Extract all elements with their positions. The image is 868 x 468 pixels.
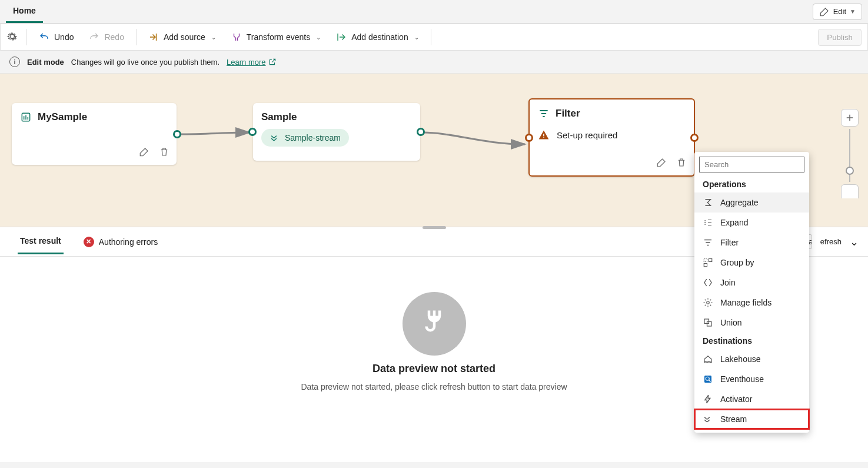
trash-icon bbox=[159, 147, 169, 157]
add-source-label: Add source bbox=[164, 32, 205, 42]
filter-icon bbox=[538, 108, 550, 120]
svg-rect-2 bbox=[709, 258, 712, 261]
menu-item-union[interactable]: Union bbox=[694, 313, 809, 333]
zoom-control bbox=[841, 109, 859, 198]
menu-item-stream[interactable]: Stream bbox=[694, 409, 809, 429]
node-status-label: Set-up required bbox=[557, 130, 617, 140]
menu-item-label: Expand bbox=[720, 218, 748, 227]
input-port[interactable] bbox=[525, 134, 533, 142]
pencil-icon bbox=[139, 147, 149, 157]
menu-item-aggregate[interactable]: Aggregate bbox=[694, 192, 809, 213]
edit-node-button[interactable] bbox=[137, 144, 152, 161]
input-port[interactable] bbox=[248, 128, 257, 136]
tab-test-result[interactable]: Test result bbox=[18, 229, 64, 254]
trash-icon bbox=[676, 157, 687, 168]
learn-more-label: Learn more bbox=[227, 58, 265, 67]
stream-pill[interactable]: Sample-stream bbox=[261, 129, 349, 147]
transform-label: Transform events bbox=[247, 32, 310, 42]
tab-authoring-errors[interactable]: ✕ Authoring errors bbox=[81, 230, 160, 254]
edit-node-button[interactable] bbox=[654, 155, 669, 172]
plug-icon bbox=[403, 292, 466, 356]
menu-item-manage-fields[interactable]: Manage fields bbox=[694, 293, 809, 313]
dropdown-search-input[interactable] bbox=[699, 157, 804, 172]
add-destination-icon bbox=[336, 32, 347, 42]
info-bar: i Edit mode Changes will go live once yo… bbox=[0, 51, 868, 74]
gear-icon bbox=[6, 31, 18, 42]
node-title-label: Sample bbox=[261, 111, 297, 123]
output-port[interactable] bbox=[173, 130, 181, 138]
output-port[interactable] bbox=[690, 134, 699, 142]
zoom-out-button[interactable] bbox=[841, 184, 859, 198]
menu-item-groupby[interactable]: Group by bbox=[694, 253, 809, 273]
edit-toggle-label: Edit bbox=[833, 7, 846, 16]
menu-item-activator[interactable]: Activator bbox=[694, 389, 809, 409]
menu-item-eventhouse[interactable]: Eventhouse bbox=[694, 369, 809, 389]
menu-item-label: Lakehouse bbox=[720, 354, 761, 364]
add-destination-label: Add destination bbox=[351, 32, 408, 42]
menu-item-expand[interactable]: Expand bbox=[694, 213, 809, 233]
collapse-chevron[interactable]: ⌄ bbox=[850, 235, 859, 248]
separator bbox=[431, 29, 431, 45]
redo-label: Redo bbox=[104, 32, 124, 42]
add-source-button[interactable]: Add source ⌄ bbox=[145, 29, 220, 45]
dropdown-section-destinations: Destinations bbox=[694, 333, 809, 349]
svg-rect-1 bbox=[704, 258, 707, 261]
undo-icon bbox=[39, 32, 49, 42]
separator bbox=[136, 29, 137, 45]
svg-rect-5 bbox=[704, 319, 709, 324]
stream-icon bbox=[703, 414, 713, 424]
menu-item-filter[interactable]: Filter bbox=[694, 233, 809, 253]
node-title-label: Filter bbox=[556, 108, 580, 120]
groupby-icon bbox=[703, 257, 713, 268]
undo-label: Undo bbox=[54, 32, 74, 42]
tab-home[interactable]: Home bbox=[6, 0, 43, 23]
output-port[interactable] bbox=[417, 128, 425, 136]
database-icon bbox=[20, 111, 32, 123]
delete-node-button[interactable] bbox=[157, 144, 172, 161]
eventhouse-icon bbox=[703, 374, 713, 384]
sigma-icon bbox=[703, 197, 713, 208]
external-link-icon bbox=[268, 58, 277, 66]
menu-item-label: Manage fields bbox=[720, 298, 771, 307]
tab-row: Home Edit ▼ bbox=[0, 0, 868, 24]
svg-rect-3 bbox=[704, 264, 707, 267]
menu-item-label: Filter bbox=[720, 238, 739, 247]
publish-button: Publish bbox=[818, 29, 862, 46]
zoom-in-button[interactable] bbox=[841, 109, 859, 127]
stream-node-sample[interactable]: Sample Sample-stream bbox=[253, 103, 420, 161]
pencil-icon bbox=[656, 157, 667, 168]
menu-item-label: Join bbox=[720, 278, 736, 287]
zoom-handle[interactable] bbox=[846, 167, 854, 175]
undo-button[interactable]: Undo bbox=[35, 29, 77, 45]
lakehouse-icon bbox=[703, 354, 713, 364]
plus-icon bbox=[844, 112, 855, 123]
manage-fields-icon bbox=[703, 297, 713, 308]
node-title-label: MySample bbox=[38, 111, 87, 123]
operation-node-filter[interactable]: Filter Set-up required bbox=[528, 98, 695, 177]
add-source-icon bbox=[148, 32, 159, 42]
transform-icon bbox=[231, 32, 242, 42]
zoom-track[interactable] bbox=[849, 129, 850, 182]
info-mode-label: Edit mode bbox=[27, 58, 64, 67]
source-node-mysample[interactable]: MySample bbox=[12, 103, 177, 165]
dropdown-section-operations: Operations bbox=[694, 176, 809, 192]
menu-item-label: Group by bbox=[720, 258, 754, 267]
warning-icon bbox=[538, 129, 550, 141]
settings-button[interactable] bbox=[6, 31, 18, 44]
union-icon bbox=[703, 317, 713, 328]
tab-label: Test result bbox=[20, 236, 61, 245]
error-icon: ✕ bbox=[84, 237, 94, 247]
menu-item-lakehouse[interactable]: Lakehouse bbox=[694, 349, 809, 369]
learn-more-link[interactable]: Learn more bbox=[227, 58, 276, 67]
menu-item-join[interactable]: Join bbox=[694, 273, 809, 293]
stream-label: Sample-stream bbox=[285, 133, 341, 142]
edit-mode-toggle[interactable]: Edit ▼ bbox=[813, 4, 862, 20]
info-message: Changes will go live once you publish th… bbox=[71, 58, 220, 67]
delete-node-button[interactable] bbox=[674, 155, 689, 172]
add-menu-dropdown: Operations Aggregate Expand Filter Group… bbox=[694, 152, 809, 433]
chevron-down-icon: ⌄ bbox=[316, 34, 321, 41]
add-destination-button[interactable]: Add destination ⌄ bbox=[332, 29, 423, 45]
transform-button[interactable]: Transform events ⌄ bbox=[228, 29, 324, 45]
info-icon: i bbox=[9, 57, 20, 67]
expand-icon bbox=[703, 217, 713, 228]
